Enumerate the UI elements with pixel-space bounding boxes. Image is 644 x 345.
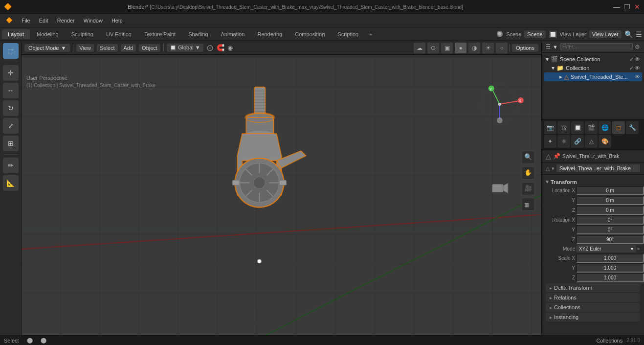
rotation-z-input[interactable] xyxy=(576,235,644,244)
view-menu[interactable]: View xyxy=(76,44,94,52)
data-arrow: ▾ xyxy=(552,165,555,172)
props-output-icon[interactable]: 🖨 xyxy=(557,121,570,134)
proportional-icon[interactable]: ◉ xyxy=(227,44,233,51)
workspace-right-controls: 🔘 Scene Scene 🔲 View Layer View Layer 🔍 … xyxy=(496,30,642,38)
view-layer-selector[interactable]: View Layer xyxy=(589,30,622,38)
viewport-eevee-mode[interactable]: ○ xyxy=(496,43,508,53)
add-workspace-button[interactable]: + xyxy=(365,29,376,39)
data-name-display[interactable]: Swivel_Threa...er_with_Brake xyxy=(556,164,640,172)
toolbar-move[interactable]: ↔ xyxy=(3,83,19,98)
close-button[interactable]: ✕ xyxy=(634,3,640,11)
toolbar-measure[interactable]: 📐 xyxy=(3,175,19,191)
viewport-3d[interactable]: Object Mode ▼ View Select Add Object 🔲 G… xyxy=(22,41,541,345)
tab-sculpting[interactable]: Sculpting xyxy=(66,29,99,39)
outliner-object-item[interactable]: ▸ △ Swivel_Threaded_Ste... 👁 xyxy=(544,72,642,81)
viewport-rendered-mode[interactable]: ☀ xyxy=(482,43,494,53)
scale-y-input[interactable] xyxy=(576,263,644,273)
props-scene-icon[interactable]: 🎬 xyxy=(585,121,598,134)
instancing-header[interactable]: ▸ Instancing xyxy=(546,313,640,322)
object-menu[interactable]: Object xyxy=(139,44,160,52)
props-physics-icon[interactable]: ⚛ xyxy=(557,135,570,148)
object-eye-icon[interactable]: 👁 xyxy=(635,74,640,80)
props-constraints-icon[interactable]: 🔗 xyxy=(571,135,584,148)
filter-icon[interactable]: ☰ xyxy=(636,30,642,38)
snap-icon[interactable]: 🧲 xyxy=(217,44,224,51)
outliner-collection[interactable]: ▾ 📁 Collection ✓ 👁 xyxy=(544,64,642,72)
location-x-input[interactable] xyxy=(576,186,644,195)
props-world-icon[interactable]: 🌐 xyxy=(599,121,611,134)
select-menu[interactable]: Select xyxy=(97,44,118,52)
rotation-y-input[interactable] xyxy=(576,225,644,234)
relations-header[interactable]: ▸ Relations xyxy=(546,293,640,302)
outliner-filter-icon[interactable]: ▼ xyxy=(553,44,558,50)
location-y-input[interactable] xyxy=(576,196,644,205)
eye-icon[interactable]: 👁 xyxy=(635,56,640,62)
add-menu[interactable]: Add xyxy=(121,44,136,52)
tab-compositing[interactable]: Compositing xyxy=(289,29,331,39)
menu-render[interactable]: Render xyxy=(53,16,79,25)
toolbar-cursor[interactable]: ✛ xyxy=(3,65,19,81)
mode-selector-dropdown[interactable]: XYZ Euler ▾ xyxy=(576,245,636,253)
collections-header[interactable]: ▸ Collections xyxy=(546,303,640,312)
outliner-settings-icon[interactable]: ⚙ xyxy=(635,44,640,50)
properties-icon-bar: 📷 🖨 🔲 🎬 🌐 ◻ 🔧 ✦ ⚛ 🔗 △ 🎨 xyxy=(542,119,644,150)
props-modifier-icon[interactable]: 🔧 xyxy=(626,121,639,134)
search-icon[interactable]: 🔍 xyxy=(624,30,633,38)
collection-visibility-icon[interactable]: ✓ xyxy=(629,65,634,71)
transform-section-header[interactable]: ▾ Transform xyxy=(546,179,640,185)
toolbar-scale[interactable]: ⤢ xyxy=(3,118,19,134)
menu-blender[interactable]: 🔶 xyxy=(2,16,17,25)
menu-edit[interactable]: Edit xyxy=(35,16,52,25)
maximize-button[interactable]: ❐ xyxy=(624,3,630,11)
props-render-icon[interactable]: 📷 xyxy=(544,121,556,134)
tab-animation[interactable]: Animation xyxy=(215,29,251,39)
location-z-input[interactable] xyxy=(576,206,644,215)
tab-shading[interactable]: Shading xyxy=(182,29,214,39)
scene-label: Scene xyxy=(506,31,521,37)
pivot-icon[interactable]: ⊙ xyxy=(206,43,214,53)
minimize-button[interactable]: — xyxy=(613,3,620,11)
viewport-solid-mode[interactable]: ● xyxy=(455,43,466,53)
tab-layout[interactable]: Layout xyxy=(2,29,30,39)
viewport-overlay-toggle[interactable]: ⊙ xyxy=(427,43,439,53)
scale-x-input[interactable] xyxy=(576,253,644,263)
rotation-x-input[interactable] xyxy=(576,215,644,225)
transform-orientation[interactable]: 🔲 Global ▼ xyxy=(167,44,203,52)
props-data-icon[interactable]: △ xyxy=(585,135,598,148)
svg-point-41 xyxy=(253,177,265,188)
viewport-canvas[interactable]: User Perspective (1) Collection | Swivel… xyxy=(22,55,541,345)
mode-selector[interactable]: Object Mode ▼ xyxy=(24,44,70,52)
viewport-gizmo-toggle[interactable]: ☁ xyxy=(414,43,425,53)
options-button[interactable]: Options xyxy=(512,44,538,52)
svg-text:▦: ▦ xyxy=(524,202,529,207)
props-particles-icon[interactable]: ✦ xyxy=(544,135,556,148)
collection-eye-icon[interactable]: 👁 xyxy=(635,65,640,71)
menu-help[interactable]: Help xyxy=(108,16,127,25)
toolbar-transform[interactable]: ⊞ xyxy=(3,136,19,151)
toolbar-select-box[interactable]: ⬚ xyxy=(3,43,19,59)
outliner-search[interactable] xyxy=(560,43,633,50)
props-object-icon[interactable]: ◻ xyxy=(612,121,625,134)
outliner-search-input[interactable] xyxy=(560,43,633,50)
tab-texture-paint[interactable]: Texture Paint xyxy=(138,29,181,39)
scene-selector[interactable]: Scene xyxy=(524,30,545,38)
delta-transform-header[interactable]: ▸ Delta Transform xyxy=(546,283,640,292)
scale-z-input[interactable] xyxy=(576,273,644,282)
tab-rendering[interactable]: Rendering xyxy=(251,29,288,39)
tab-scripting[interactable]: Scripting xyxy=(332,29,364,39)
object-pin-icon[interactable]: 📌 xyxy=(553,153,560,160)
tab-uv-editing[interactable]: UV Editing xyxy=(100,29,137,39)
tab-modeling[interactable]: Modeling xyxy=(31,29,65,39)
toolbar-rotate[interactable]: ↻ xyxy=(3,100,19,116)
menu-window[interactable]: Window xyxy=(80,16,107,25)
outliner-scene-collection[interactable]: ▾ 🎬 Scene Collection ✓ 👁 xyxy=(544,55,642,64)
viewport-xray-toggle[interactable]: ▣ xyxy=(441,43,453,53)
mode-selector-label: Object Mode xyxy=(28,45,59,51)
window-controls[interactable]: — ❐ ✕ xyxy=(613,3,640,11)
visibility-icon[interactable]: ✓ xyxy=(629,56,634,63)
toolbar-annotate[interactable]: ✏ xyxy=(3,158,19,173)
props-view-layer-icon[interactable]: 🔲 xyxy=(571,121,584,134)
props-material-icon[interactable]: 🎨 xyxy=(599,135,611,148)
menu-file[interactable]: File xyxy=(18,16,34,25)
viewport-material-mode[interactable]: ◑ xyxy=(468,43,480,53)
